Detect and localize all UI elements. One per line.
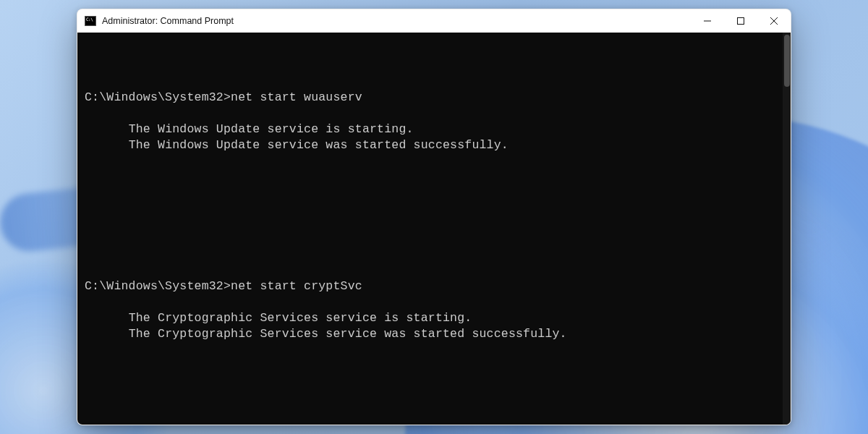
- command-prompt-window: Administrator: Command Prompt C:\Windows…: [77, 9, 791, 425]
- output-line: The Cryptographic Services service is st…: [129, 311, 472, 325]
- close-button[interactable]: [757, 9, 791, 33]
- scrollbar-thumb[interactable]: [784, 35, 790, 87]
- blank-line: [85, 405, 775, 421]
- scrollbar-track[interactable]: [783, 33, 791, 425]
- command-line: C:\Windows\System32>net start cryptSvc: [85, 278, 775, 294]
- command-text: net start wuauserv: [231, 90, 362, 104]
- command-line: C:\Windows\System32>net start wuauserv: [85, 90, 775, 106]
- prompt: C:\Windows\System32>: [85, 279, 231, 293]
- window-controls: [691, 9, 791, 33]
- blank-line: [85, 169, 775, 184]
- terminal-area[interactable]: C:\Windows\System32>net start wuauserv T…: [77, 33, 791, 425]
- output-line: The Windows Update service was started s…: [129, 138, 509, 152]
- output-line: The Cryptographic Services service was s…: [129, 327, 567, 341]
- blank-line: [85, 216, 775, 231]
- svg-rect-0: [738, 18, 744, 25]
- close-icon: [770, 17, 778, 25]
- minimize-button[interactable]: [691, 9, 724, 33]
- output-line: The Windows Update service is starting.: [129, 122, 414, 136]
- maximize-button[interactable]: [724, 9, 757, 33]
- blank-line: [85, 357, 775, 373]
- command-text: net start cryptSvc: [231, 279, 362, 293]
- minimize-icon: [704, 17, 711, 25]
- window-title: Administrator: Command Prompt: [102, 16, 234, 26]
- titlebar[interactable]: Administrator: Command Prompt: [77, 9, 791, 33]
- terminal-output[interactable]: C:\Windows\System32>net start wuauserv T…: [77, 33, 783, 425]
- prompt: C:\Windows\System32>: [85, 90, 231, 104]
- maximize-icon: [737, 17, 744, 25]
- titlebar-left: Administrator: Command Prompt: [77, 16, 234, 26]
- command-prompt-icon: [85, 16, 96, 26]
